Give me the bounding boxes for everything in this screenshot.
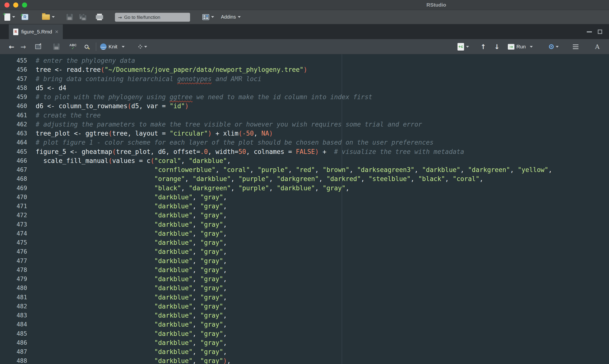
line-number: 487 (0, 347, 33, 356)
code-line[interactable]: 488 "darkblue", "gray"), (0, 356, 609, 364)
forward-button[interactable]: → (21, 39, 26, 54)
visual-editor-toggle[interactable]: A (595, 39, 600, 54)
zoom-window-button[interactable] (22, 2, 27, 8)
code-line[interactable]: 460d6 <- column_to_rownames(d5, var = "i… (0, 102, 609, 111)
back-button[interactable]: ← (9, 39, 14, 54)
publish-icon (549, 44, 554, 49)
code-line[interactable]: 456tree <- read.tree("~/Documents/jove_p… (0, 65, 609, 74)
code-line[interactable]: 483 "darkblue", "gray", (0, 311, 609, 320)
open-file-button[interactable] (42, 10, 55, 24)
code-line[interactable]: 462# adjusting the parameters to make th… (0, 120, 609, 129)
code-line[interactable]: 461# create the tree (0, 111, 609, 120)
chevron-down-icon[interactable] (238, 16, 241, 18)
code-line[interactable]: 476 "darkblue", "gray", (0, 247, 609, 256)
find-replace-button[interactable] (85, 39, 89, 54)
addins-label: Addins (221, 14, 236, 20)
code-line[interactable]: 455# enter the phylogeny data (0, 56, 609, 65)
save-source-button[interactable] (53, 39, 60, 54)
code-line[interactable]: 471 "darkblue", "gray", (0, 202, 609, 211)
code-line[interactable]: 465figure_5 <- gheatmap(tree_plot, d6, o… (0, 147, 609, 156)
save-icon (53, 43, 60, 50)
code-line[interactable]: 477 "darkblue", "gray", (0, 257, 609, 266)
code-line[interactable]: 486 "darkblue", "gray", (0, 338, 609, 347)
line-number: 470 (0, 193, 33, 202)
code-line[interactable]: 478 "darkblue", "gray", (0, 266, 609, 274)
chevron-down-icon[interactable] (530, 46, 533, 48)
go-next-chunk-button[interactable]: ↓ (494, 39, 500, 54)
code-line[interactable]: 485 "darkblue", "gray", (0, 329, 609, 338)
line-number: 483 (0, 311, 33, 320)
goto-file-function-input[interactable]: → Go to file/function (115, 13, 190, 22)
knit-button[interactable]: Knit (100, 39, 125, 54)
save-all-icon (79, 13, 87, 21)
tab-close-icon[interactable]: × (55, 29, 58, 35)
maximize-pane-icon[interactable] (598, 30, 602, 34)
code-text: "darkblue", "gray", (33, 293, 227, 302)
code-line[interactable]: 472 "darkblue", "gray", (0, 211, 609, 220)
code-line[interactable]: 479 "darkblue", "gray", (0, 274, 609, 284)
line-number: 456 (0, 65, 33, 74)
line-number: 480 (0, 284, 33, 293)
spellcheck-button[interactable]: ABC ✓ (69, 39, 77, 54)
new-project-button[interactable]: R+ (22, 10, 28, 24)
tab-figure5-rmd[interactable]: R figure_5.Rmd × (9, 25, 63, 39)
code-text: # bring data containing hierarchical gen… (33, 75, 262, 84)
publish-button[interactable] (549, 39, 559, 54)
back-arrow-icon: ← (9, 43, 14, 51)
code-line[interactable]: 459# to plot with the phylogeny using gg… (0, 92, 609, 102)
code-line[interactable]: 484 "darkblue", "gray", (0, 320, 609, 329)
save-all-button[interactable] (79, 10, 87, 24)
code-line[interactable]: 474 "darkblue", "gray", (0, 229, 609, 238)
knit-options-button[interactable] (138, 39, 147, 54)
line-number: 486 (0, 338, 33, 347)
new-file-button[interactable]: + (4, 10, 15, 24)
code-text: "black", "darkgreen", "purple", "darkblu… (33, 184, 349, 193)
code-line[interactable]: 468 "orange", "darkblue", "purple", "dar… (0, 174, 609, 183)
pane-layout-button[interactable] (202, 10, 214, 24)
line-number: 472 (0, 211, 33, 220)
minimize-window-button[interactable] (13, 2, 18, 8)
code-line[interactable]: 481 "darkblue", "gray", (0, 293, 609, 302)
code-line[interactable]: 487 "darkblue", "gray", (0, 347, 609, 356)
minimize-pane-icon[interactable] (587, 31, 592, 32)
code-line[interactable]: 457# bring data containing hierarchical … (0, 75, 609, 84)
code-line[interactable]: 463tree_plot <- ggtree(tree, layout = "c… (0, 129, 609, 138)
print-button[interactable] (96, 10, 103, 24)
save-button[interactable] (66, 10, 73, 24)
chevron-down-icon[interactable] (122, 46, 125, 48)
code-line[interactable]: 466 scale_fill_manual(values = c("coral"… (0, 156, 609, 165)
code-text: "darkblue", "gray", (33, 238, 227, 247)
chevron-down-icon[interactable] (12, 16, 15, 18)
go-previous-chunk-button[interactable]: ↑ (480, 39, 486, 54)
code-line[interactable]: 458d5 <- d4 (0, 84, 609, 92)
line-number: 461 (0, 111, 33, 120)
code-text: # to plot with the phylogeny using ggtre… (33, 92, 372, 102)
code-line[interactable]: 475 "darkblue", "gray", (0, 238, 609, 247)
chevron-down-icon[interactable] (144, 46, 147, 48)
code-text: # adjusting the parameters to make the t… (33, 120, 422, 129)
chevron-down-icon[interactable] (466, 46, 469, 48)
code-line[interactable]: 469 "black", "darkgreen", "purple", "dar… (0, 184, 609, 193)
code-line[interactable]: 467 "cornflowerblue", "coral", "purple",… (0, 165, 609, 174)
line-number: 473 (0, 220, 33, 229)
code-line[interactable]: 473 "darkblue", "gray", (0, 220, 609, 229)
chevron-down-icon[interactable] (52, 16, 55, 18)
source-code-editor[interactable]: 455# enter the phylogeny data456tree <- … (0, 54, 609, 364)
popout-window-icon (35, 44, 41, 49)
plus-icon: + (3, 11, 6, 17)
insert-chunk-button[interactable]: +c (457, 39, 469, 54)
chevron-down-icon[interactable] (211, 16, 214, 18)
addins-button[interactable]: Addins (221, 10, 241, 24)
open-in-new-window-button[interactable] (35, 39, 41, 54)
document-outline-button[interactable] (573, 39, 579, 54)
macos-titlebar: RStudio (0, 0, 609, 10)
chevron-down-icon[interactable] (556, 46, 559, 48)
code-line[interactable]: 470 "darkblue", "gray", (0, 193, 609, 202)
project-r-glyph: R (24, 15, 26, 20)
close-window-button[interactable] (4, 2, 10, 8)
code-line[interactable]: 464# plot figure 1 - color scheme for ea… (0, 138, 609, 147)
run-label: Run (516, 44, 526, 50)
code-line[interactable]: 482 "darkblue", "gray", (0, 302, 609, 311)
code-line[interactable]: 480 "darkblue", "gray", (0, 284, 609, 293)
run-button[interactable]: → Run (508, 39, 533, 54)
